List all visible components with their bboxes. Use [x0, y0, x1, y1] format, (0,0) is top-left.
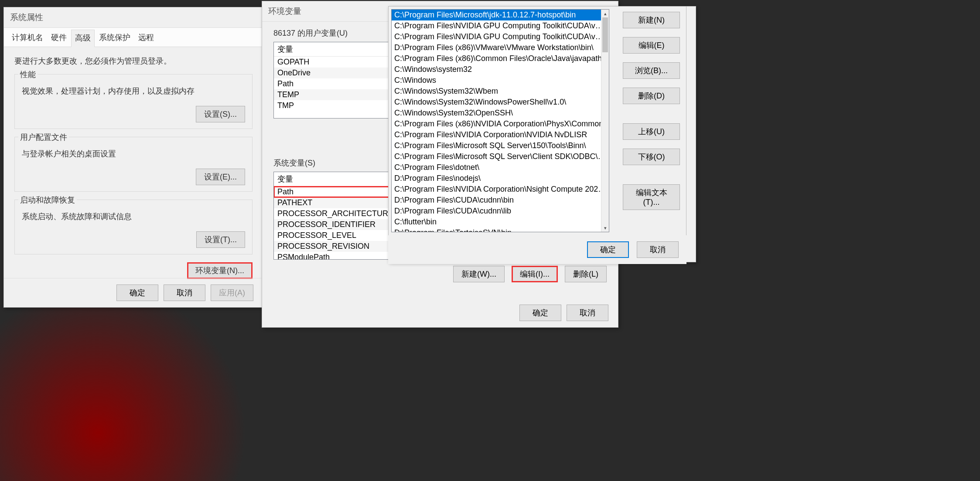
list-item[interactable]: C:\Program Files\dotnet\: [392, 162, 609, 173]
user-profile-desc: 与登录帐户相关的桌面设置: [22, 149, 245, 159]
tab-remote[interactable]: 远程: [135, 30, 157, 47]
list-item[interactable]: C:\Program Files (x86)\Common Files\Orac…: [392, 53, 609, 64]
envvars-ok-button[interactable]: 确定: [519, 305, 561, 321]
startup-desc: 系统启动、系统故障和调试信息: [22, 211, 245, 222]
list-item[interactable]: D:\Program Files\CUDA\cudnn\lib: [392, 206, 609, 217]
path-edit-button[interactable]: 编辑(E): [623, 37, 680, 54]
path-ok-button[interactable]: 确定: [587, 241, 629, 258]
path-movedown-button[interactable]: 下移(O): [623, 149, 680, 165]
edit-path-side-buttons: 新建(N) 编辑(E) 浏览(B)... 删除(D) 上移(U) 下移(O) 编…: [617, 6, 686, 262]
user-profile-group: 用户配置文件 与登录帐户相关的桌面设置 设置(E)...: [14, 137, 253, 192]
var-name: TEMP: [274, 89, 396, 100]
var-name: PROCESSOR_REVISION: [274, 241, 396, 252]
list-item[interactable]: C:\Windows\System32\OpenSSH\: [392, 108, 609, 119]
path-new-button[interactable]: 新建(N): [623, 12, 680, 28]
list-item[interactable]: C:\Program Files\Microsoft\jdk-11.0.12.7…: [392, 10, 609, 20]
sysvar-edit-button[interactable]: 编辑(I)...: [512, 266, 558, 282]
var-name: PROCESSOR_IDENTIFIER: [274, 219, 396, 230]
sys-vars-buttons: 新建(W)... 编辑(I)... 删除(L): [273, 266, 607, 282]
startup-settings-button[interactable]: 设置(T)...: [196, 231, 245, 248]
list-item[interactable]: C:\Program Files\NVIDIA GPU Computing To…: [392, 20, 609, 31]
var-name: GOPATH: [274, 57, 396, 68]
edit-path-bottom-buttons: 确定 取消: [388, 235, 686, 264]
var-name: PROCESSOR_ARCHITECTURE: [274, 208, 396, 219]
list-item[interactable]: D:\Program Files\CUDA\cudnn\bin: [392, 195, 609, 206]
tab-computer-name[interactable]: 计算机名: [8, 30, 47, 47]
list-item[interactable]: C:\Program Files (x86)\NVIDIA Corporatio…: [392, 119, 609, 129]
sysprops-ok-button[interactable]: 确定: [116, 285, 158, 301]
list-item[interactable]: D:\Program Files (x86)\VMware\VMware Wor…: [392, 42, 609, 53]
var-name: Path: [274, 78, 396, 89]
list-item[interactable]: C:\Program Files\NVIDIA Corporation\Nsig…: [392, 184, 609, 195]
sysprops-apply-button[interactable]: 应用(A): [211, 285, 253, 301]
list-item[interactable]: C:\flutter\bin: [392, 217, 609, 227]
performance-group: 性能 视觉效果，处理器计划，内存使用，以及虚拟内存 设置(S)...: [14, 74, 253, 129]
user-profile-legend: 用户配置文件: [18, 132, 69, 142]
sysvar-new-button[interactable]: 新建(W)...: [453, 266, 505, 282]
sysprops-cancel-button[interactable]: 取消: [164, 285, 205, 301]
sysprops-button-row: 确定 取消 应用(A): [4, 278, 263, 307]
sysprops-tabstrip: 计算机名 硬件 高级 系统保护 远程: [4, 28, 263, 47]
list-item[interactable]: D:\Program Files\nodejs\: [392, 173, 609, 184]
performance-legend: 性能: [18, 69, 38, 80]
sysprops-content: 要进行大多数更改，您必须作为管理员登录。 性能 视觉效果，处理器计划，内存使用，…: [4, 47, 263, 286]
var-name: Path: [274, 186, 396, 197]
var-name: OneDrive: [274, 68, 396, 78]
var-name: TMP: [274, 100, 396, 111]
list-item[interactable]: C:\Windows\System32\WindowsPowerShell\v1…: [392, 97, 609, 108]
path-cancel-button[interactable]: 取消: [637, 241, 679, 258]
var-name: PATHEXT: [274, 197, 396, 208]
system-properties-dialog: 系统属性 计算机名 硬件 高级 系统保护 远程 要进行大多数更改，您必须作为管理…: [3, 7, 263, 308]
path-moveup-button[interactable]: 上移(U): [623, 123, 680, 140]
list-item[interactable]: C:\Windows\System32\Wbem: [392, 86, 609, 97]
col-var-header[interactable]: 变量: [274, 42, 396, 56]
tab-advanced[interactable]: 高级: [71, 30, 95, 47]
path-edittext-button[interactable]: 编辑文本(T)...: [623, 184, 680, 210]
tab-hardware[interactable]: 硬件: [48, 30, 70, 47]
list-item[interactable]: D:\Program Files\TortoiseSVN\bin: [392, 227, 609, 232]
col-var-header[interactable]: 变量: [274, 172, 396, 186]
list-item[interactable]: C:\Program Files\Microsoft SQL Server\Cl…: [392, 151, 609, 162]
scroll-up-icon[interactable]: ▴: [601, 10, 609, 17]
path-delete-button[interactable]: 删除(D): [623, 88, 680, 104]
list-item[interactable]: C:\Program Files\Microsoft SQL Server\15…: [392, 140, 609, 151]
path-listbox[interactable]: C:\Program Files\Microsoft\jdk-11.0.12.7…: [391, 9, 609, 232]
scroll-down-icon[interactable]: ▾: [601, 224, 609, 232]
list-item[interactable]: C:\Windows\system32: [392, 64, 609, 75]
envvars-button-row: 确定 取消: [262, 298, 618, 327]
sysvar-delete-button[interactable]: 删除(L): [565, 266, 607, 282]
envvars-cancel-button[interactable]: 取消: [567, 305, 608, 321]
var-name: PSModulePath: [274, 252, 396, 260]
performance-desc: 视觉效果，处理器计划，内存使用，以及虚拟内存: [22, 86, 245, 96]
environment-variables-button[interactable]: 环境变量(N)...: [187, 262, 253, 279]
path-scrollbar[interactable]: ▴ ▾: [601, 10, 609, 232]
scroll-thumb[interactable]: [602, 17, 608, 52]
list-item[interactable]: C:\Program Files\NVIDIA Corporation\NVID…: [392, 129, 609, 140]
startup-recovery-group: 启动和故障恢复 系统启动、系统故障和调试信息 设置(T)...: [14, 200, 253, 254]
tab-system-protection[interactable]: 系统保护: [96, 30, 134, 47]
list-item[interactable]: C:\Program Files\NVIDIA GPU Computing To…: [392, 31, 609, 42]
user-profile-settings-button[interactable]: 设置(E)...: [196, 169, 245, 185]
admin-note: 要进行大多数更改，您必须作为管理员登录。: [14, 56, 253, 66]
performance-settings-button[interactable]: 设置(S)...: [196, 106, 245, 122]
startup-legend: 启动和故障恢复: [18, 195, 77, 205]
var-name: PROCESSOR_LEVEL: [274, 230, 396, 241]
path-browse-button[interactable]: 浏览(B)...: [623, 62, 680, 79]
sysprops-title: 系统属性: [4, 7, 263, 28]
list-item[interactable]: C:\Windows: [392, 75, 609, 86]
